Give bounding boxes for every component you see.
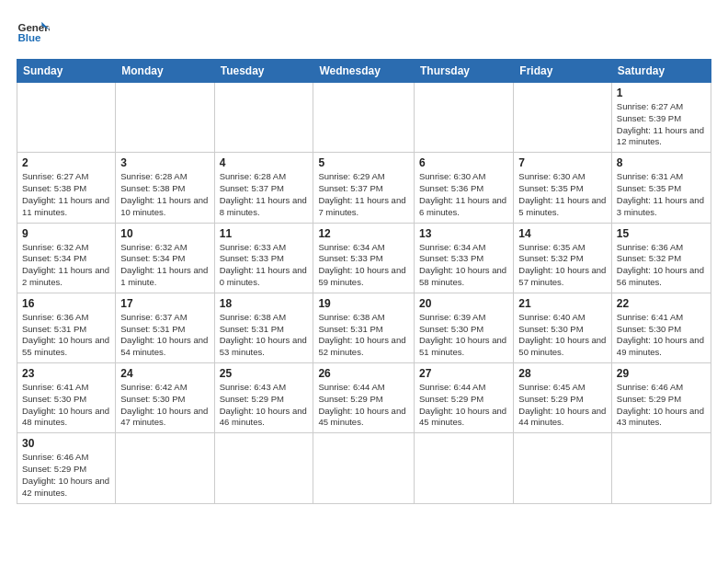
calendar-week-row: 23Sunrise: 6:41 AM Sunset: 5:30 PM Dayli… [17, 363, 711, 433]
day-number: 16 [22, 297, 110, 310]
calendar-cell: 24Sunrise: 6:42 AM Sunset: 5:30 PM Dayli… [116, 363, 214, 433]
calendar-cell: 10Sunrise: 6:32 AM Sunset: 5:34 PM Dayli… [116, 223, 214, 293]
calendar-cell: 25Sunrise: 6:43 AM Sunset: 5:29 PM Dayli… [214, 363, 313, 433]
calendar-cell: 15Sunrise: 6:36 AM Sunset: 5:32 PM Dayli… [611, 223, 711, 293]
day-header-sunday: Sunday [17, 60, 116, 83]
calendar-cell: 12Sunrise: 6:34 AM Sunset: 5:33 PM Dayli… [313, 223, 415, 293]
day-header-saturday: Saturday [611, 60, 711, 83]
header: General Blue [17, 17, 711, 50]
day-number: 21 [518, 297, 607, 310]
svg-text:Blue: Blue [17, 32, 41, 43]
day-info: Sunrise: 6:30 AM Sunset: 5:36 PM Dayligh… [419, 171, 508, 218]
calendar-cell [313, 433, 415, 503]
day-number: 10 [120, 227, 209, 240]
calendar-cell: 7Sunrise: 6:30 AM Sunset: 5:35 PM Daylig… [514, 153, 612, 223]
calendar-cell: 20Sunrise: 6:39 AM Sunset: 5:30 PM Dayli… [415, 293, 514, 362]
calendar-cell: 26Sunrise: 6:44 AM Sunset: 5:29 PM Dayli… [313, 363, 415, 433]
logo-icon: General Blue [17, 17, 50, 50]
day-number: 19 [318, 297, 409, 310]
day-info: Sunrise: 6:29 AM Sunset: 5:37 PM Dayligh… [318, 171, 409, 218]
calendar-cell [415, 83, 514, 153]
day-info: Sunrise: 6:32 AM Sunset: 5:34 PM Dayligh… [120, 242, 209, 289]
calendar-cell: 28Sunrise: 6:45 AM Sunset: 5:29 PM Dayli… [514, 363, 612, 433]
calendar-cell [214, 83, 313, 153]
day-info: Sunrise: 6:35 AM Sunset: 5:32 PM Dayligh… [518, 242, 607, 289]
calendar-cell: 8Sunrise: 6:31 AM Sunset: 5:35 PM Daylig… [611, 153, 711, 223]
calendar-cell: 27Sunrise: 6:44 AM Sunset: 5:29 PM Dayli… [415, 363, 514, 433]
day-info: Sunrise: 6:45 AM Sunset: 5:29 PM Dayligh… [518, 382, 607, 429]
day-info: Sunrise: 6:28 AM Sunset: 5:38 PM Dayligh… [120, 171, 209, 218]
calendar-cell: 19Sunrise: 6:38 AM Sunset: 5:31 PM Dayli… [313, 293, 415, 362]
day-info: Sunrise: 6:36 AM Sunset: 5:31 PM Dayligh… [22, 312, 110, 359]
day-info: Sunrise: 6:44 AM Sunset: 5:29 PM Dayligh… [318, 382, 409, 429]
day-number: 3 [120, 156, 209, 169]
day-info: Sunrise: 6:38 AM Sunset: 5:31 PM Dayligh… [318, 312, 409, 359]
day-header-monday: Monday [116, 60, 214, 83]
day-number: 7 [518, 156, 607, 169]
day-number: 9 [22, 227, 110, 240]
day-number: 8 [617, 156, 706, 169]
day-number: 30 [22, 437, 110, 450]
calendar-cell: 30Sunrise: 6:46 AM Sunset: 5:29 PM Dayli… [17, 433, 116, 503]
calendar-cell [514, 83, 612, 153]
calendar-week-row: 1Sunrise: 6:27 AM Sunset: 5:39 PM Daylig… [17, 83, 711, 153]
calendar-cell: 9Sunrise: 6:32 AM Sunset: 5:34 PM Daylig… [17, 223, 116, 293]
calendar-cell: 6Sunrise: 6:30 AM Sunset: 5:36 PM Daylig… [415, 153, 514, 223]
day-info: Sunrise: 6:27 AM Sunset: 5:38 PM Dayligh… [22, 171, 110, 218]
day-info: Sunrise: 6:28 AM Sunset: 5:37 PM Dayligh… [220, 171, 309, 218]
day-info: Sunrise: 6:38 AM Sunset: 5:31 PM Dayligh… [220, 312, 309, 359]
day-number: 6 [419, 156, 508, 169]
logo: General Blue [17, 17, 50, 50]
day-number: 1 [617, 86, 706, 99]
day-number: 26 [318, 367, 409, 380]
day-info: Sunrise: 6:36 AM Sunset: 5:32 PM Dayligh… [617, 242, 706, 289]
calendar-cell: 17Sunrise: 6:37 AM Sunset: 5:31 PM Dayli… [116, 293, 214, 362]
day-info: Sunrise: 6:41 AM Sunset: 5:30 PM Dayligh… [617, 312, 706, 359]
day-number: 28 [518, 367, 607, 380]
day-number: 20 [419, 297, 508, 310]
day-info: Sunrise: 6:43 AM Sunset: 5:29 PM Dayligh… [220, 382, 309, 429]
calendar-cell [514, 433, 612, 503]
calendar: SundayMondayTuesdayWednesdayThursdayFrid… [17, 59, 711, 504]
day-number: 5 [318, 156, 409, 169]
day-info: Sunrise: 6:40 AM Sunset: 5:30 PM Dayligh… [518, 312, 607, 359]
calendar-cell: 2Sunrise: 6:27 AM Sunset: 5:38 PM Daylig… [17, 153, 116, 223]
calendar-cell [415, 433, 514, 503]
day-number: 29 [617, 367, 706, 380]
page: General Blue SundayMondayTuesdayWednesda… [0, 0, 728, 563]
day-header-tuesday: Tuesday [214, 60, 313, 83]
day-header-friday: Friday [514, 60, 612, 83]
calendar-week-row: 30Sunrise: 6:46 AM Sunset: 5:29 PM Dayli… [17, 433, 711, 503]
calendar-cell: 3Sunrise: 6:28 AM Sunset: 5:38 PM Daylig… [116, 153, 214, 223]
day-header-wednesday: Wednesday [313, 60, 415, 83]
day-number: 15 [617, 227, 706, 240]
day-number: 18 [220, 297, 309, 310]
calendar-week-row: 2Sunrise: 6:27 AM Sunset: 5:38 PM Daylig… [17, 153, 711, 223]
svg-text:General: General [17, 22, 50, 33]
day-number: 11 [220, 227, 309, 240]
calendar-cell: 22Sunrise: 6:41 AM Sunset: 5:30 PM Dayli… [611, 293, 711, 362]
calendar-week-row: 9Sunrise: 6:32 AM Sunset: 5:34 PM Daylig… [17, 223, 711, 293]
calendar-cell [313, 83, 415, 153]
calendar-cell: 23Sunrise: 6:41 AM Sunset: 5:30 PM Dayli… [17, 363, 116, 433]
day-number: 17 [120, 297, 209, 310]
day-number: 24 [120, 367, 209, 380]
day-header-thursday: Thursday [415, 60, 514, 83]
calendar-week-row: 16Sunrise: 6:36 AM Sunset: 5:31 PM Dayli… [17, 293, 711, 362]
day-number: 13 [419, 227, 508, 240]
calendar-cell: 29Sunrise: 6:46 AM Sunset: 5:29 PM Dayli… [611, 363, 711, 433]
calendar-cell: 14Sunrise: 6:35 AM Sunset: 5:32 PM Dayli… [514, 223, 612, 293]
calendar-cell [116, 83, 214, 153]
day-info: Sunrise: 6:30 AM Sunset: 5:35 PM Dayligh… [518, 171, 607, 218]
day-number: 25 [220, 367, 309, 380]
day-number: 22 [617, 297, 706, 310]
day-info: Sunrise: 6:44 AM Sunset: 5:29 PM Dayligh… [419, 382, 508, 429]
day-info: Sunrise: 6:34 AM Sunset: 5:33 PM Dayligh… [419, 242, 508, 289]
day-info: Sunrise: 6:34 AM Sunset: 5:33 PM Dayligh… [318, 242, 409, 289]
day-number: 14 [518, 227, 607, 240]
day-info: Sunrise: 6:27 AM Sunset: 5:39 PM Dayligh… [617, 101, 706, 148]
day-info: Sunrise: 6:32 AM Sunset: 5:34 PM Dayligh… [22, 242, 110, 289]
day-info: Sunrise: 6:33 AM Sunset: 5:33 PM Dayligh… [220, 242, 309, 289]
day-number: 4 [220, 156, 309, 169]
day-number: 23 [22, 367, 110, 380]
